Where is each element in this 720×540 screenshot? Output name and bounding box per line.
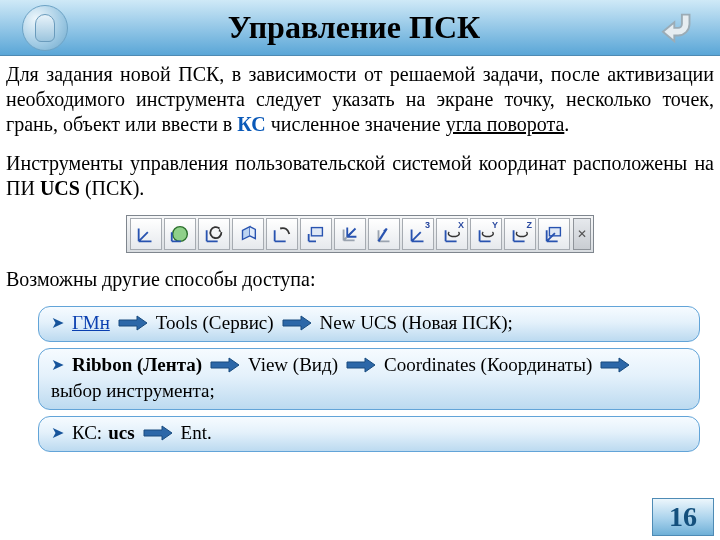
svg-rect-2 xyxy=(549,228,560,236)
bullet-icon: ➤ xyxy=(51,353,64,377)
tools-label: Tools (Сервис) xyxy=(156,311,274,335)
ucs-view-icon[interactable] xyxy=(300,218,332,250)
p1-underline: угла поворота xyxy=(446,113,565,135)
arrow-icon xyxy=(282,315,312,331)
p1-text-c: . xyxy=(564,113,569,135)
svg-rect-1 xyxy=(311,228,322,236)
ucs-rotate-z-icon[interactable]: Z xyxy=(504,218,536,250)
arrow-icon xyxy=(346,357,376,373)
logo-icon xyxy=(22,5,68,51)
undo-icon[interactable] xyxy=(652,4,708,48)
ucs-toolbar-inner: 3 X Y Z ✕ xyxy=(126,215,594,253)
paragraph-2: Инструменты управления пользовательской … xyxy=(6,151,714,201)
ribbon-label: Ribbon (Лента) xyxy=(72,353,202,377)
p1-text-b: численное значение xyxy=(266,113,446,135)
ucs-object-icon[interactable] xyxy=(266,218,298,250)
access-row-2: ➤ Ribbon (Лента) View (Вид) Coordinates … xyxy=(38,348,700,410)
newucs-label: New UCS (Новая ПСК); xyxy=(320,311,513,335)
p2-bold: UCS xyxy=(40,177,80,199)
ucs-zaxis-icon[interactable] xyxy=(368,218,400,250)
ucs-command: ucs xyxy=(108,421,134,445)
ucs-prev-icon[interactable] xyxy=(198,218,230,250)
label-y: Y xyxy=(492,220,498,230)
toolbar-close-icon[interactable]: ✕ xyxy=(573,218,591,250)
arrow-icon xyxy=(210,357,240,373)
arrow-icon xyxy=(118,315,148,331)
label-x: X xyxy=(458,220,464,230)
ucs-face-icon[interactable] xyxy=(232,218,264,250)
access-row-1: ➤ ГМн Tools (Сервис) New UCS (Новая ПСК)… xyxy=(38,306,700,342)
svg-point-0 xyxy=(173,227,188,242)
page-number: 16 xyxy=(652,498,714,536)
ucs-world-icon[interactable] xyxy=(164,218,196,250)
label-3: 3 xyxy=(425,220,430,230)
view-label: View (Вид) xyxy=(248,353,338,377)
tail-label: выбор инструмента; xyxy=(51,379,687,403)
bullet-icon: ➤ xyxy=(51,421,64,445)
coords-label: Coordinates (Координаты) xyxy=(384,353,592,377)
paragraph-3: Возможны другие способы доступа: xyxy=(6,267,714,292)
header-bar: Управление ПСК xyxy=(0,0,720,56)
kc-label: КС: xyxy=(72,421,102,445)
label-z: Z xyxy=(527,220,533,230)
access-row-3: ➤ КС: ucs Ent. xyxy=(38,416,700,452)
ucs-axes-icon[interactable] xyxy=(130,218,162,250)
ucs-origin-icon[interactable] xyxy=(334,218,366,250)
ucs-apply-icon[interactable] xyxy=(538,218,570,250)
p1-kc: КС xyxy=(237,113,265,135)
arrow-icon xyxy=(600,357,630,373)
ucs-3point-icon[interactable]: 3 xyxy=(402,218,434,250)
ent-label: Ent. xyxy=(181,421,212,445)
paragraph-1: Для задания новой ПСК, в зависимости от … xyxy=(6,62,714,137)
gmn-link[interactable]: ГМн xyxy=(72,311,110,335)
content-area: Для задания новой ПСК, в зависимости от … xyxy=(0,56,720,540)
bullet-icon: ➤ xyxy=(51,311,64,335)
ucs-rotate-x-icon[interactable]: X xyxy=(436,218,468,250)
ucs-rotate-y-icon[interactable]: Y xyxy=(470,218,502,250)
arrow-icon xyxy=(143,425,173,441)
ucs-toolbar: 3 X Y Z ✕ xyxy=(6,215,714,253)
p2-text-c: (ПСК). xyxy=(80,177,144,199)
page-title: Управление ПСК xyxy=(68,9,640,46)
